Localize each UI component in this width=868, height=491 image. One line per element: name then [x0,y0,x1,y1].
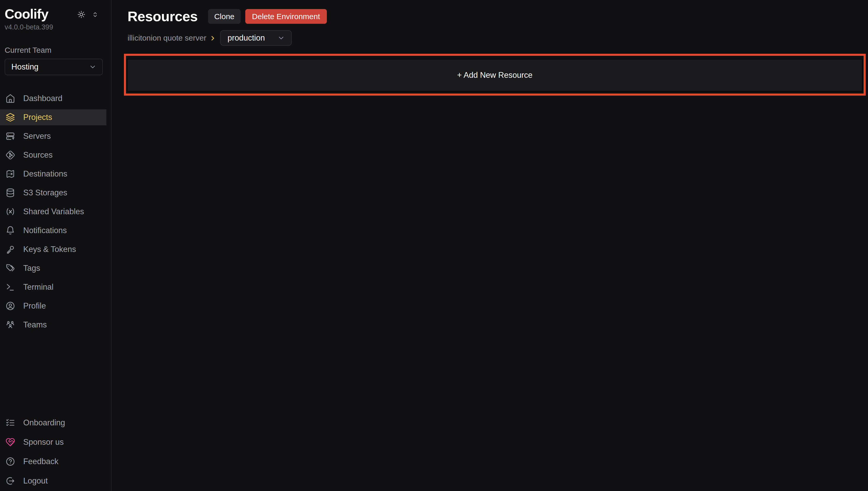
sidebar-item-terminal[interactable]: Terminal [0,279,106,295]
sidebar-item-logout[interactable]: Logout [0,473,106,489]
server-icon [5,131,15,141]
sidebar-item-label: S3 Storages [23,188,67,197]
sidebar-item-dashboard[interactable]: Dashboard [0,90,106,107]
sidebar-item-label: Logout [23,476,48,486]
layers-icon [5,112,15,122]
team-select-value: Hosting [11,62,38,71]
chevron-down-icon [277,34,285,42]
logo-row: Coolify v4.0.0-beta.399 [0,7,111,31]
chevron-down-icon [89,63,97,71]
app-version: v4.0.0-beta.399 [5,23,53,31]
chevrons-up-down-icon[interactable] [92,11,99,18]
sidebar-item-label: Teams [23,320,47,329]
sidebar-item-label: Projects [23,113,52,122]
main-content: Resources Clone Delete Environment illic… [112,0,868,491]
sidebar-item-destinations[interactable]: Destinations [0,166,106,182]
sidebar-item-label: Tags [23,264,40,273]
key-icon [5,244,15,254]
add-new-resource-button[interactable]: + Add New Resource [127,59,863,91]
page-header: Resources Clone Delete Environment [128,9,866,24]
environment-select-value: production [227,33,265,42]
sidebar-item-projects[interactable]: Projects [0,109,106,125]
git-icon [5,150,15,160]
sidebar-item-tags[interactable]: Tags [0,260,106,276]
sidebar-item-label: Servers [23,132,51,141]
environment-select[interactable]: production [220,30,292,46]
sidebar-item-servers[interactable]: Servers [0,128,106,144]
team-select[interactable]: Hosting [5,59,103,75]
sidebar-item-feedback[interactable]: Feedback [0,454,106,469]
map-icon [5,169,15,179]
delete-environment-button[interactable]: Delete Environment [245,9,327,24]
page-title: Resources [128,9,198,24]
variable-icon [5,207,15,216]
sidebar-item-label: Profile [23,301,46,311]
sidebar-item-sources[interactable]: Sources [0,147,106,163]
sidebar-item-label: Destinations [23,169,67,179]
breadcrumb-project-link[interactable]: illicitonion quote server [128,34,206,42]
user-circle-icon [5,301,15,311]
app-logo: Coolify [5,7,53,21]
sidebar-item-s3-storages[interactable]: S3 Storages [0,185,106,201]
current-team-label: Current Team [5,46,106,55]
sidebar-item-label: Feedback [23,457,58,466]
sidebar-item-shared-variables[interactable]: Shared Variables [0,204,106,220]
sidebar-item-label: Notifications [23,226,67,235]
theme-controls [77,10,99,19]
sidebar-item-teams[interactable]: Teams [0,317,106,333]
users-icon [5,320,15,330]
sidebar-item-label: Onboarding [23,418,65,427]
sidebar-item-label: Keys & Tokens [23,245,76,254]
terminal-icon [5,282,15,292]
sidebar-item-sponsor-us[interactable]: Sponsor us [0,434,106,450]
chevron-right-icon [209,35,216,41]
sidebar-item-onboarding[interactable]: Onboarding [0,415,106,431]
help-circle-icon [5,457,15,466]
clone-button[interactable]: Clone [208,9,241,24]
breadcrumb: illicitonion quote server production [128,30,866,46]
sidebar-nav: Dashboard Projects Servers Sources Desti… [0,90,111,336]
sidebar-item-label: Shared Variables [23,207,84,216]
sidebar-item-label: Dashboard [23,94,62,103]
sidebar-item-keys-tokens[interactable]: Keys & Tokens [0,241,106,257]
sun-icon[interactable] [77,10,86,19]
sidebar-item-profile[interactable]: Profile [0,298,106,314]
tags-icon [5,263,15,273]
sidebar-footer-nav: Onboarding Sponsor us Feedback Logout [0,415,111,489]
logout-icon [5,476,15,486]
bell-icon [5,226,15,235]
sidebar-item-label: Terminal [23,283,54,292]
heart-handshake-icon [5,437,15,447]
home-icon [5,93,15,104]
checklist-icon [5,418,15,428]
sidebar-item-label: Sources [23,150,53,160]
sidebar-item-notifications[interactable]: Notifications [0,223,106,238]
sidebar: Coolify v4.0.0-beta.399 Current Team Hos… [0,0,112,491]
database-icon [5,188,15,198]
annotation-highlight: + Add New Resource [124,54,866,96]
sidebar-item-label: Sponsor us [23,437,64,447]
